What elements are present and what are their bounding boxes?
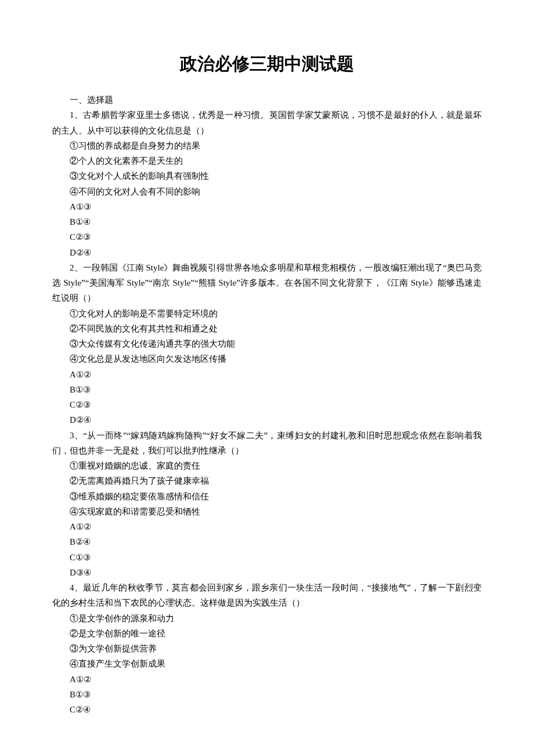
question-line: ④实现家庭的和谐需要忍受和牺牲 [52, 504, 482, 519]
option-c: C①③ [52, 550, 482, 565]
option-c: C②③ [52, 229, 482, 244]
option-c: C②④ [52, 702, 482, 717]
question-line: ①文化对人的影响是不需要特定环境的 [52, 306, 482, 321]
question-line: ④不同的文化对人会有不同的影响 [52, 184, 482, 199]
option-b: B①③ [52, 687, 482, 702]
question-stem: 3、“从一而终”“嫁鸡随鸡嫁狗随狗”“好女不嫁二夫”，束缚妇女的封建礼教和旧时思… [52, 428, 482, 459]
option-d: D②④ [52, 412, 482, 427]
option-b: B①③ [52, 382, 482, 397]
question-line: ②无需离婚再婚只为了孩子健康幸福 [52, 473, 482, 488]
option-b: B②④ [52, 534, 482, 549]
option-a: A①② [52, 672, 482, 687]
question-stem: 1、古希腊哲学家亚里士多德说，优秀是一种习惯。英国哲学家艾蒙斯说，习惯不是最好的… [52, 107, 482, 138]
question-line: ③大众传媒有文化传递沟通共享的强大功能 [52, 336, 482, 351]
question-block: 3、“从一而终”“嫁鸡随鸡嫁狗随狗”“好女不嫁二夫”，束缚妇女的封建礼教和旧时思… [52, 428, 482, 581]
question-stem: 2、一段韩国《江南 Style》舞曲视频引得世界各地众多明星和草根竞相模仿，一股… [52, 260, 482, 306]
question-line: ②个人的文化素养不是天生的 [52, 153, 482, 168]
question-line: ③为文学创新提供营养 [52, 641, 482, 656]
option-c: C②③ [52, 397, 482, 412]
option-d: D③④ [52, 565, 482, 580]
question-block: 4、最近几年的秋收季节，莫言都会回到家乡，跟乡亲们一块生活一段时间，“接接地气”… [52, 580, 482, 717]
question-line: ④直接产生文学创新成果 [52, 656, 482, 671]
document-page: 政治必修三期中测试题 一、选择题 1、古希腊哲学家亚里士多德说，优秀是一种习惯。… [0, 0, 534, 740]
question-block: 2、一段韩国《江南 Style》舞曲视频引得世界各地众多明星和草根竞相模仿，一股… [52, 260, 482, 428]
question-block: 1、古希腊哲学家亚里士多德说，优秀是一种习惯。英国哲学家艾蒙斯说，习惯不是最好的… [52, 107, 482, 260]
question-line: ②不同民族的文化有其共性和相通之处 [52, 321, 482, 336]
option-d: D②④ [52, 245, 482, 260]
option-a: A①③ [52, 199, 482, 214]
document-title: 政治必修三期中测试题 [52, 52, 482, 76]
option-a: A①② [52, 519, 482, 534]
question-line: ③文化对个人成长的影响具有强制性 [52, 168, 482, 183]
question-line: ②是文学创新的唯一途径 [52, 626, 482, 641]
question-line: ①重视对婚姻的忠诚、家庭的责任 [52, 458, 482, 473]
question-stem: 4、最近几年的秋收季节，莫言都会回到家乡，跟乡亲们一块生活一段时间，“接接地气”… [52, 580, 482, 611]
section-heading: 一、选择题 [52, 92, 482, 107]
option-a: A①② [52, 367, 482, 382]
question-line: ③维系婚姻的稳定要依靠感情和信任 [52, 489, 482, 504]
question-line: ①是文学创作的源泉和动力 [52, 611, 482, 626]
question-line: ④文化总是从发达地区向欠发达地区传播 [52, 351, 482, 366]
question-line: ①习惯的养成都是自身努力的结果 [52, 138, 482, 153]
option-b: B①④ [52, 214, 482, 229]
